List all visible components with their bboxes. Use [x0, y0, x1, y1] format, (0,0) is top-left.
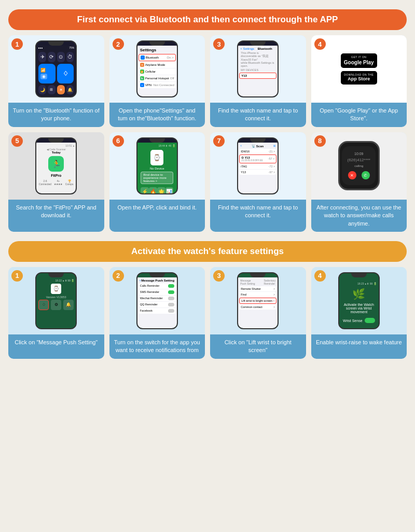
bluetooth-menu-icon[interactable]: ♢ [38, 300, 49, 310]
section2: Activate the watch's feature settings 1 … [8, 241, 407, 359]
wechat-row: Wechat Reminder [139, 296, 176, 301]
fitpro-logo: 🏃 [48, 156, 64, 172]
s2-step-2-badge: 2 [113, 270, 124, 282]
cc-icon-timer: ⏱ [66, 52, 74, 62]
s2-step-2-screen: < Message Push Setting Calls Reminder SM… [137, 277, 177, 328]
s2-step-1-image: 1 18:22 ● ⬆ 99 🔋 ⌚ Version V13653 ♢ ⚙ [8, 267, 104, 334]
app-store-btn[interactable]: Download on the App Store [341, 71, 377, 85]
itag-row: iTAG -72 > [239, 164, 276, 169]
cc-icon-airplane: ✈ [38, 52, 46, 62]
cellular-icon: 📶 [140, 69, 144, 74]
fitpro-topbar: 10:51 ● [37, 144, 75, 148]
section2-header: Activate the watch's feature settings [8, 241, 407, 262]
y13-scan-row: ⊙ Y13 21:23:51:0:0:0FF:EE -57 > [239, 155, 276, 163]
s2-step-4-card: 4 18:23 ● ⬆ 99 🔋 🌿 Activate the Watch sc… [311, 267, 407, 359]
step-1-screen: ●●●75% ✈ ⟳ ⊙ ⏱ 📶 ◉ [36, 46, 76, 96]
step-3-image: 3 < Settings Bluetooth This iPhone is di… [210, 35, 306, 103]
scan-nav: < 📡 Scan ⊞ [239, 144, 276, 148]
main-container: First connect via Bluetooth and then con… [0, 0, 415, 368]
watch-app-icon: ⌚ [51, 284, 61, 294]
google-play-btn[interactable]: GET IT ON Google Play [341, 53, 377, 68]
calls-toggle[interactable] [168, 284, 174, 288]
step-8-desc: After connecting, you can use the watch … [311, 200, 407, 232]
qq-toggle[interactable] [168, 303, 174, 306]
watch-menu-row: ♢ ⚙ 🔔 [38, 300, 74, 310]
step-8-card: 8 10:09 (626)412**** calling ✕ ✆ [311, 132, 407, 232]
step-4-image: 4 GET IT ON Google Play Download on the … [311, 35, 407, 103]
settings-screen: Settings ♢ Bluetooth On > ✈ Airplane Mod… [137, 46, 177, 96]
bind-menu-icons: ⚡ 🔥 🌟 📊 [141, 187, 173, 193]
accept-call-btn[interactable]: ✆ [362, 171, 370, 179]
settings-title: Settings [139, 47, 176, 53]
s2-step-3-badge: 3 [213, 270, 225, 282]
hotspot-row: 📡 Personal Hotspot Off [139, 75, 176, 81]
step-6-badge: 6 [113, 135, 124, 147]
s2-step-2-phone: < Message Push Setting Calls Reminder SM… [136, 272, 178, 329]
phone-notch-3 [250, 41, 266, 46]
s2-step-1-desc: Click on "Message Push Setting" [8, 334, 104, 359]
msg-push-nav: < Message Push Setting [139, 278, 176, 283]
cc-icon-screen-mirror: ⊞ [48, 85, 56, 94]
step-3-phone: < Settings Bluetooth This iPhone is disc… [237, 40, 279, 97]
alarm-menu-icon[interactable]: 🔔 [63, 300, 74, 310]
lift-wrist-row[interactable]: Lift wrist to bright screen > [239, 298, 276, 304]
fitpro-app-name: FitPro [37, 174, 75, 177]
bind-watch-icon: ⌚ [150, 150, 163, 165]
bt-subtitle: This iPhone is discoverable as "我是Xiaos3… [239, 51, 276, 68]
reject-call-btn[interactable]: ✕ [348, 171, 356, 179]
step-1-phone: ●●●75% ✈ ⟳ ⊙ ⏱ 📶 ◉ [35, 40, 77, 97]
step-2-card: 2 Settings ♢ Bluetooth On > [109, 35, 205, 127]
phone-notch-s2-2 [149, 273, 165, 277]
bind-topbar: 18:44 ⬆ 46 🔋 [139, 144, 175, 147]
remote-shutter-row: Remote Shutter > [239, 286, 276, 291]
scan-screen: < 📡 Scan ⊞ IDW16 -21 > [238, 143, 278, 193]
sms-toggle[interactable] [168, 290, 174, 294]
s2-step-3-image: 3 MessagePush Setting SedentaryReminder … [210, 267, 306, 334]
phone-notch-5 [48, 138, 64, 143]
wrist-sense-toggle[interactable] [365, 318, 375, 323]
cc-icon-wifi: 📶 ◉ [38, 64, 56, 84]
airplane-row: ✈ Airplane Mode [139, 62, 176, 68]
steps-grid-3: 1 18:22 ● ⬆ 99 🔋 ⌚ Version V13653 ♢ ⚙ [8, 267, 407, 359]
s2-step-4-badge: 4 [314, 270, 326, 282]
calls-row: Calls Reminder [139, 283, 176, 289]
s2-step-2-image: 2 < Message Push Setting Calls Reminder [109, 267, 205, 334]
wrist-screen: 18:23 ● ⬆ 99 🔋 🌿 Activate the Watch scre… [339, 277, 379, 328]
s2-step-4-phone: 18:23 ● ⬆ 99 🔋 🌿 Activate the Watch scre… [338, 272, 380, 329]
phone-notch-6 [149, 138, 165, 143]
fitpro-stats: 2.6 Connected 4+ ★★★★ 🏆 [37, 179, 75, 186]
step-7-desc: Find the watch name and tap to connect i… [210, 200, 306, 232]
cc-icon-brightness: ☀ [57, 85, 65, 94]
phone-notch [48, 41, 64, 46]
s2-step-1-badge: 1 [11, 270, 23, 282]
app-store-label: App Store [344, 76, 374, 82]
s2-step-4-desc: Enable wrist-raise to wake feature [311, 334, 407, 359]
bind-screen: 18:44 ⬆ 46 🔋 ⌚ No Device Bind device to … [137, 143, 177, 193]
step-2-badge: 2 [113, 38, 124, 50]
sms-row: SMS Reminder [139, 289, 176, 295]
watch-calling-label: calling [354, 164, 363, 167]
my-devices-label: MY DEVICES [239, 68, 276, 72]
cc-icon-do-not-disturb: 🌙 [38, 85, 46, 94]
cc-icon-silent: 🔔 [66, 85, 74, 94]
step-6-card: 6 18:44 ⬆ 46 🔋 ⌚ No Device Bind device t… [109, 132, 205, 232]
step-1-card: 1 ●●●75% ✈ ⟳ ⊙ ⏱ [8, 35, 104, 127]
step-4-desc: Open "Google Play" or the App Store". [311, 103, 407, 127]
step-8-badge: 8 [314, 135, 326, 147]
step-8-watch: 10:09 (626)412**** calling ✕ ✆ [338, 141, 380, 190]
phone-notch-s2-4 [351, 273, 367, 277]
step-4-badge: 4 [314, 38, 326, 50]
step-6-screen: 18:44 ⬆ 46 🔋 ⌚ No Device Bind device to … [137, 143, 177, 193]
step-5-card: 5 10:51 ● ◀ Code Scanner Today 🏃 [8, 132, 104, 232]
bind-icon-3: 🌟 [157, 187, 165, 193]
s2-step-2-desc: Turn on the switch for the app you want … [109, 334, 205, 359]
bind-icon-1: ⚡ [141, 187, 149, 193]
facebook-toggle[interactable] [168, 309, 174, 313]
step-3-desc: Find the watch name and tap to connect i… [210, 103, 306, 127]
top-bar: ●●●75% [36, 46, 76, 50]
wechat-toggle[interactable] [168, 297, 174, 300]
cellular-row: 📶 Cellular [139, 68, 176, 75]
msg-push-screen: < Message Push Setting Calls Reminder SM… [137, 277, 177, 328]
bt-screen: < Settings Bluetooth This iPhone is disc… [238, 46, 278, 96]
settings-menu-icon[interactable]: ⚙ [51, 300, 61, 310]
